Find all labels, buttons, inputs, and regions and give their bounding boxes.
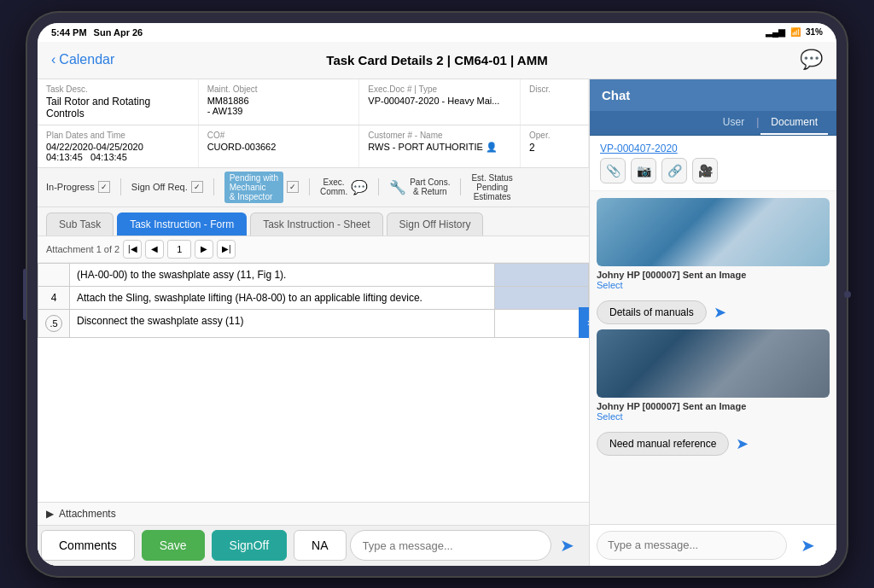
plan-dates-cell: Plan Dates and Time 04/22/2020-04/25/202… — [38, 125, 199, 167]
tab-sign-off-history[interactable]: Sign Off History — [387, 212, 484, 236]
status-partcons: 🔧 Part Cons.& Return — [389, 178, 450, 196]
navigation-bar: ‹ Calendar Task Card Details 2 | CM64-01… — [38, 42, 836, 79]
tab-subtask[interactable]: Sub Task — [46, 212, 114, 236]
page-first-button[interactable]: |◀ — [123, 240, 142, 259]
chat-icon-button[interactable]: 💬 — [800, 49, 823, 71]
discr-cell: Discr. — [521, 79, 589, 125]
battery: 31% — [806, 27, 823, 37]
chat-message-input[interactable] — [597, 531, 787, 560]
chat-bubble-row-1: Details of manuals ➤ — [597, 300, 830, 324]
tab-task-instruction-form[interactable]: Task Instruction - Form — [117, 212, 247, 236]
attach-icon-button[interactable]: 📎 — [600, 158, 626, 183]
inprogress-check[interactable]: ✓ — [98, 181, 110, 193]
status-pending: Pending withMechanic& Inspector ✓ — [224, 172, 299, 203]
chat-image-2 — [597, 329, 830, 398]
panel-collapse-button[interactable]: › — [579, 307, 589, 338]
status-bar: 5:44 PM Sun Apr 26 ▂▄▆ 📶 31% — [38, 23, 836, 42]
customer-cell: Customer # - Name RWS - PORT AUTHORITIE … — [359, 125, 521, 167]
plan-times-value: 04:13:45 04:13:45 — [46, 152, 189, 162]
pending-label: Pending withMechanic& Inspector — [224, 172, 283, 203]
co-value: CUORD-003662 — [207, 142, 351, 152]
divider4 — [378, 178, 379, 195]
maint-object-label: Maint. Object — [207, 84, 351, 94]
share-icon-button[interactable]: 🔗 — [661, 158, 687, 183]
page-title: Task Card Details 2 | CM64-01 | AMM — [326, 53, 547, 67]
chat-message-2: Johny HP [000007] Sent an Image Select — [597, 329, 830, 422]
divider1 — [120, 178, 121, 195]
exec-label: Exec.Comm. — [320, 178, 347, 196]
page-number-input[interactable] — [167, 240, 191, 259]
details-of-manuals-button[interactable]: Details of manuals — [597, 300, 707, 324]
chat-header: Chat — [590, 79, 836, 111]
table-row: .5 Disconnect the swashplate assy (11) — [38, 309, 589, 337]
status-signoff: Sign Off Req. ✓ — [131, 181, 203, 193]
row2-num: 4 — [38, 286, 70, 309]
divider3 — [309, 178, 310, 195]
row2-text: Attach the Sling, swashplate lifting (HA… — [70, 286, 495, 309]
bottom-action-bar: Comments Save SignOff NA ➤ — [38, 525, 589, 566]
task-info-row2: Plan Dates and Time 04/22/2020-04/25/202… — [38, 125, 589, 168]
page-prev-button[interactable]: ◀ — [145, 240, 164, 259]
plan-dates-value: 04/22/2020-04/25/2020 — [46, 142, 189, 152]
need-manual-reference-button[interactable]: Need manual reference — [597, 432, 729, 456]
chat-select-2[interactable]: Select — [597, 411, 830, 422]
exec-doc-value: VP-000407-2020 - Heavy Mai... — [368, 96, 511, 106]
partcons-label: Part Cons.& Return — [410, 178, 450, 196]
status-inprogress: In-Progress ✓ — [46, 181, 110, 193]
tab-task-instruction-sheet[interactable]: Task Instruction - Sheet — [250, 212, 382, 236]
oper-cell: Oper. 2 — [521, 125, 589, 167]
triangle-icon: ▶ — [46, 508, 54, 520]
maint-object-value: MM81886- AW139 — [207, 96, 351, 116]
chat-panel: Chat User | Document VP-000407-2020 📎 📷 … — [589, 79, 836, 566]
inprogress-label: In-Progress — [46, 182, 95, 192]
chat-send-button[interactable]: ➤ — [792, 530, 823, 561]
chat-action-icons: 📎 📷 🔗 🎥 — [600, 158, 826, 183]
camera-icon-button[interactable]: 📷 — [631, 158, 656, 183]
page-last-button[interactable]: ▶| — [217, 240, 236, 259]
bubble-send-icon-1: ➤ — [714, 303, 726, 322]
instruction-table: (HA-00-00) to the swashplate assy (11, F… — [38, 263, 589, 338]
date: Sun Apr 26 — [94, 27, 143, 38]
send-button[interactable]: ➤ — [551, 530, 582, 561]
task-desc-label: Task Desc. — [46, 84, 189, 94]
page-next-button[interactable]: ▶ — [195, 240, 213, 259]
plan-dates-label: Plan Dates and Time — [46, 131, 189, 140]
signoff-button[interactable]: SignOff — [212, 530, 287, 561]
na-button[interactable]: NA — [294, 530, 346, 561]
task-info-row1: Task Desc. Tail Rotor and Rotating Contr… — [38, 79, 589, 125]
comments-button[interactable]: Comments — [41, 530, 135, 561]
exec-doc-cell: Exec.Doc # | Type VP-000407-2020 - Heavy… — [359, 79, 521, 125]
chat-tab-document[interactable]: Document — [760, 111, 828, 135]
chat-sender-2: Johny HP [000007] Sent an Image — [597, 401, 830, 411]
signoff-check[interactable]: ✓ — [191, 181, 203, 193]
chat-bubble-row-2: Need manual reference ➤ — [597, 432, 830, 456]
home-button — [23, 269, 26, 320]
back-label: Calendar — [59, 52, 114, 67]
tabs-row: Sub Task Task Instruction - Form Task In… — [38, 207, 589, 236]
row2-check — [495, 286, 589, 309]
message-input[interactable] — [350, 530, 552, 561]
video-icon-button[interactable]: 🎥 — [692, 158, 718, 183]
task-desc-value: Tail Rotor and Rotating Controls — [46, 96, 189, 119]
save-button[interactable]: Save — [142, 530, 205, 561]
chat-title: Chat — [602, 88, 630, 102]
pending-check[interactable]: ✓ — [287, 181, 299, 193]
co-cell: CO# CUORD-003662 — [199, 125, 360, 167]
chat-document-link[interactable]: VP-000407-2020 — [600, 143, 826, 154]
pagination-row: Attachment 1 of 2 |◀ ◀ ▶ ▶| — [38, 236, 589, 263]
row1-check — [495, 263, 589, 286]
back-button[interactable]: ‹ Calendar — [51, 52, 114, 67]
row3-num: .5 — [38, 309, 70, 337]
chat-link-row: VP-000407-2020 📎 📷 🔗 🎥 — [590, 136, 836, 191]
chat-tab-user[interactable]: User — [713, 111, 755, 135]
screen: 5:44 PM Sun Apr 26 ▂▄▆ 📶 31% ‹ Calendar … — [38, 23, 836, 566]
chat-tab-divider: | — [755, 111, 760, 135]
divider2 — [213, 178, 214, 195]
table-row: 4 Attach the Sling, swashplate lifting (… — [38, 286, 589, 309]
task-desc-cell: Task Desc. Tail Rotor and Rotating Contr… — [38, 79, 199, 125]
chat-select-1[interactable]: Select — [597, 280, 830, 290]
chat-image-1 — [597, 198, 830, 266]
exec-doc-label: Exec.Doc # | Type — [368, 84, 511, 94]
discr-label: Discr. — [529, 84, 580, 94]
attachment-label: Attachment 1 of 2 — [46, 244, 119, 254]
